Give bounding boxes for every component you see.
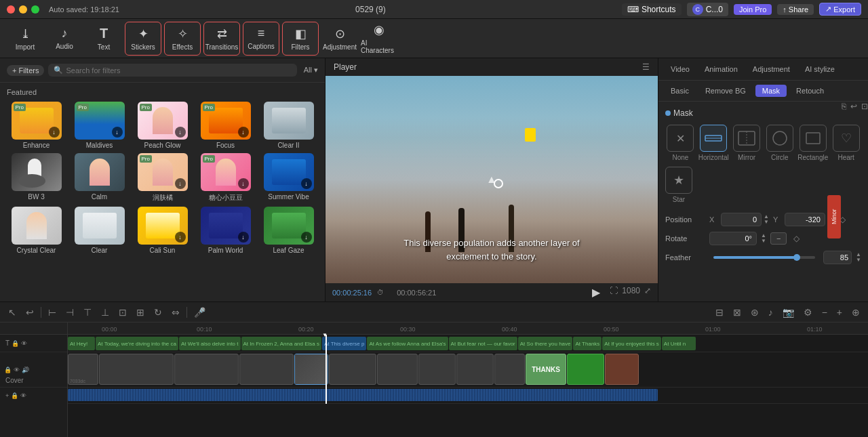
download-icon[interactable]: ↓ xyxy=(238,232,249,243)
position-y-input[interactable] xyxy=(785,213,825,226)
reset-mask-icon[interactable]: ⊡ xyxy=(861,102,868,111)
text-chip-1[interactable]: At Today, we're diving into the ca xyxy=(96,337,178,350)
filter-item-cali-sun[interactable]: ↓ Cali Sun xyxy=(133,207,192,254)
copy-mask-icon[interactable]: ⎘ xyxy=(842,102,846,111)
shortcuts-button[interactable]: ⌨ Shortcuts xyxy=(622,3,682,16)
tool-ai-characters[interactable]: ◉ AI Characters xyxy=(361,22,397,56)
tool-import[interactable]: ⤓ Import xyxy=(7,22,43,56)
text-chip-10[interactable]: At Until n xyxy=(662,337,696,350)
user-menu[interactable]: C C...0 xyxy=(687,3,728,16)
minus-tool[interactable]: − xyxy=(819,306,830,319)
eye-video-icon[interactable]: 👁 xyxy=(14,367,20,373)
download-icon[interactable]: ↓ xyxy=(301,178,312,189)
video-clip-last[interactable] xyxy=(605,354,639,385)
feather-value-input[interactable] xyxy=(823,251,852,264)
text-chip-0[interactable]: At Hey! xyxy=(68,337,95,350)
eye-text-icon[interactable]: 👁 xyxy=(21,340,27,347)
video-clip-9[interactable] xyxy=(494,354,525,385)
audio-video-icon[interactable]: 🔊 xyxy=(22,367,29,373)
flip-tool[interactable]: ⇔ xyxy=(169,306,182,319)
download-icon[interactable]: ↓ xyxy=(175,232,186,243)
feather-handle[interactable] xyxy=(793,254,800,261)
close-button[interactable] xyxy=(7,5,15,14)
tool-adjustment[interactable]: ⊙ Adjustment xyxy=(321,22,358,56)
tool-stickers[interactable]: ✦ Stickers xyxy=(125,22,161,56)
undo-mask-icon[interactable]: ↩ xyxy=(850,102,857,111)
filters-tag[interactable]: + Filters xyxy=(7,65,44,76)
filter-item-leaf-gaze[interactable]: ↓ Leaf Gaze xyxy=(259,207,318,254)
download-icon[interactable]: ↓ xyxy=(175,178,186,189)
video-clip-7[interactable] xyxy=(418,354,456,385)
filter-item-peach-glow[interactable]: Pro ↓ Peach Glow xyxy=(133,102,192,149)
decrement-rotate-icon[interactable]: ▼ xyxy=(761,238,766,244)
video-clip-1[interactable] xyxy=(99,354,174,385)
sub-tab-retouch[interactable]: Retouch xyxy=(789,85,831,97)
feather-decrement-icon[interactable]: ▼ xyxy=(856,257,861,263)
text-chip-2[interactable]: At We'll also delve into t xyxy=(179,337,241,350)
export-button[interactable]: ↗ Export xyxy=(819,3,861,16)
camera-tool[interactable]: 📷 xyxy=(780,306,797,319)
filter-item-focus[interactable]: Pro ↓ Focus xyxy=(196,102,255,149)
tool-captions[interactable]: ≡ Captions xyxy=(243,22,279,56)
video-clip-green[interactable] xyxy=(567,354,604,385)
more-tool[interactable]: ⊕ xyxy=(849,306,863,319)
voice-tool[interactable]: 🎤 xyxy=(191,306,208,319)
download-icon[interactable]: ↓ xyxy=(49,127,60,138)
playhead[interactable] xyxy=(326,335,327,404)
filter-item-calm[interactable]: Calm xyxy=(70,153,129,203)
video-clip-6[interactable] xyxy=(377,354,418,385)
filter-item-skin[interactable]: Pro ↓ 润肤橘 xyxy=(133,153,192,203)
mask-handle[interactable] xyxy=(494,179,503,188)
tool-effects[interactable]: ✧ Effects xyxy=(164,22,201,56)
mask-shape-circle[interactable]: Circle xyxy=(765,125,795,161)
tool-text[interactable]: T Text xyxy=(85,22,122,56)
add-audio-icon[interactable]: + xyxy=(5,392,9,399)
freeze-tool[interactable]: ⊥ xyxy=(98,306,112,319)
fullscreen-icon[interactable]: ⛶ xyxy=(610,286,618,299)
sub-tab-basic[interactable]: Basic xyxy=(664,85,696,97)
tab-ai-stylize[interactable]: AI stylize xyxy=(798,62,842,76)
share-button[interactable]: ↑ Share xyxy=(777,4,814,15)
text-chip-5[interactable]: At As we follow Anna and Elsa's xyxy=(367,337,448,350)
filter-item-maldives[interactable]: Pro ↓ Maldives xyxy=(70,102,129,149)
lock-video-icon[interactable]: 🔒 xyxy=(4,367,12,373)
plus-tool[interactable]: + xyxy=(834,306,845,319)
link-tool[interactable]: ⊛ xyxy=(748,306,762,319)
text-chip-7[interactable]: At So there you have xyxy=(518,337,573,350)
filter-item-summer-vibe[interactable]: ↓ Summer Vibe xyxy=(259,153,318,203)
settings-tool[interactable]: ⚙ xyxy=(801,306,815,319)
text-chip-9[interactable]: At If you enjoyed this s xyxy=(602,337,661,350)
rotate-keyframe-icon[interactable]: ◇ xyxy=(793,234,800,243)
mask-shape-rectangle[interactable]: Rectangle xyxy=(797,125,828,161)
pointer-tool[interactable]: ↖ xyxy=(5,306,19,319)
reset-rotate-button[interactable]: − xyxy=(770,232,787,245)
filter-item-palm-world[interactable]: ↓ Palm World xyxy=(196,207,255,254)
video-clip-5[interactable] xyxy=(329,354,376,385)
feather-slider[interactable] xyxy=(713,256,815,259)
filter-item-crystal-clear[interactable]: Crystal Clear xyxy=(7,207,66,254)
timecode-icon[interactable]: ⏱ xyxy=(377,289,384,296)
mask-shape-horizontal[interactable]: Horizontal xyxy=(698,125,729,161)
video-clip-3[interactable] xyxy=(239,354,294,385)
filter-item-cute[interactable]: Pro ↓ 糖心小豆豆 xyxy=(196,153,255,203)
speed-tool[interactable]: ⊤ xyxy=(81,306,94,319)
download-icon[interactable]: ↓ xyxy=(238,127,249,138)
download-icon[interactable]: ↓ xyxy=(238,178,249,189)
download-icon[interactable]: ↓ xyxy=(112,127,123,138)
video-clip-0[interactable]: 7033dc xyxy=(68,354,98,385)
filter-item-bw3[interactable]: BW 3 xyxy=(7,153,66,203)
text-chip-6[interactable]: At But fear not — our favor xyxy=(449,337,517,350)
video-clip-2[interactable] xyxy=(174,354,239,385)
lock-text-icon[interactable]: 🔒 xyxy=(12,340,19,347)
play-button[interactable]: ▶ xyxy=(592,286,600,299)
tab-video[interactable]: Video xyxy=(664,62,696,76)
audio-tool[interactable]: ♪ xyxy=(766,306,776,319)
tool-filters[interactable]: ◧ Filters xyxy=(282,22,319,56)
tab-adjustment[interactable]: Adjustment xyxy=(746,62,797,76)
video-clip-thanks[interactable]: THANKS xyxy=(526,354,566,385)
mask-shape-heart[interactable]: ♡ Heart xyxy=(831,125,861,161)
filter-item-clear[interactable]: Clear xyxy=(70,207,129,254)
position-x-input[interactable] xyxy=(721,213,762,226)
video-clip-8[interactable] xyxy=(456,354,494,385)
snap-tool[interactable]: ⊟ xyxy=(713,306,726,319)
